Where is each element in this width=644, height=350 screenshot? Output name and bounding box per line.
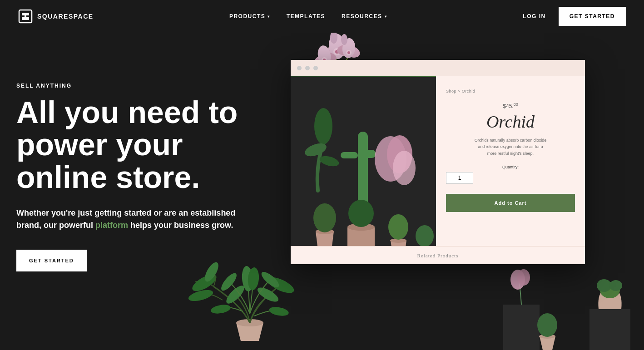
product-image-panel (291, 76, 436, 264)
login-button[interactable]: LOG IN (523, 13, 545, 20)
svg-point-45 (313, 203, 336, 232)
svg-point-18 (347, 51, 350, 54)
squarespace-logo-icon (18, 9, 33, 24)
quantity-label: Quantity: (446, 165, 575, 169)
price-display: $45.00 (503, 102, 518, 110)
resources-chevron-icon: ▾ (385, 15, 387, 19)
svg-point-20 (341, 34, 347, 45)
svg-point-28 (210, 303, 231, 315)
browser-dot-3 (313, 66, 318, 70)
svg-point-59 (597, 279, 611, 292)
logo-text: SQUARESPACE (37, 13, 94, 20)
svg-point-38 (314, 108, 332, 144)
price: $45.00 (503, 103, 518, 109)
svg-rect-52 (503, 305, 540, 350)
svg-point-43 (393, 151, 416, 185)
navigation: SQUARESPACE PRODUCTS ▾ TEMPLATES RESOURC… (0, 0, 644, 33)
svg-point-54 (517, 269, 530, 286)
browser-content: Shop > Orchid $45.00 Orchid Orchids natu… (291, 76, 585, 264)
hero-eyebrow: SELL ANYTHING (16, 83, 262, 89)
nav-item-products[interactable]: PRODUCTS ▾ (229, 13, 270, 20)
svg-rect-57 (590, 309, 630, 350)
add-to-cart-button[interactable]: Add to Cart (446, 194, 575, 212)
svg-point-60 (609, 280, 622, 291)
quantity-input[interactable] (446, 172, 473, 184)
logo[interactable]: SQUARESPACE (18, 9, 94, 24)
svg-point-51 (416, 225, 434, 247)
product-plant-image (291, 76, 436, 264)
nav-right: LOG IN GET STARTED (523, 7, 626, 26)
price-cents: 00 (514, 102, 518, 107)
related-products-bar: Related Products (291, 246, 585, 264)
svg-point-50 (388, 214, 408, 240)
browser-dot-1 (297, 66, 302, 70)
product-name: Orchid (486, 112, 535, 132)
related-products-label: Related Products (417, 253, 459, 258)
svg-point-56 (537, 313, 557, 337)
hero-headline: All you need to power your online store. (16, 96, 262, 193)
hero-get-started-button[interactable]: GET STARTED (16, 250, 87, 271)
hero-subtext-highlight: platform (95, 221, 128, 230)
products-chevron-icon: ▾ (268, 15, 270, 19)
browser-mockup: Shop > Orchid $45.00 Orchid Orchids natu… (291, 60, 585, 264)
svg-point-48 (348, 200, 374, 227)
price-value: $45. (503, 103, 513, 109)
browser-toolbar (291, 60, 585, 76)
nav-center: PRODUCTS ▾ TEMPLATES RESOURCES ▾ (229, 13, 387, 20)
nav-item-templates[interactable]: TEMPLATES (287, 13, 325, 20)
product-description: Orchids naturally absorb carbon dioxide … (474, 137, 547, 157)
browser-dot-2 (305, 66, 310, 70)
breadcrumb: Shop > Orchid (446, 89, 475, 94)
hero-subtext-2: helps your business grow. (128, 221, 233, 230)
svg-rect-36 (358, 150, 376, 158)
svg-rect-37 (341, 152, 358, 158)
svg-point-29 (268, 306, 289, 317)
hero-section: SELL ANYTHING All you need to power your… (0, 33, 644, 350)
nav-item-resources[interactable]: RESOURCES ▾ (342, 13, 387, 20)
hero-text-block: SELL ANYTHING All you need to power your… (16, 83, 262, 271)
nav-get-started-button[interactable]: GET STARTED (559, 7, 626, 26)
product-detail-panel: Shop > Orchid $45.00 Orchid Orchids natu… (436, 76, 585, 264)
hero-subtext: Whether you're just getting started or a… (16, 207, 243, 232)
